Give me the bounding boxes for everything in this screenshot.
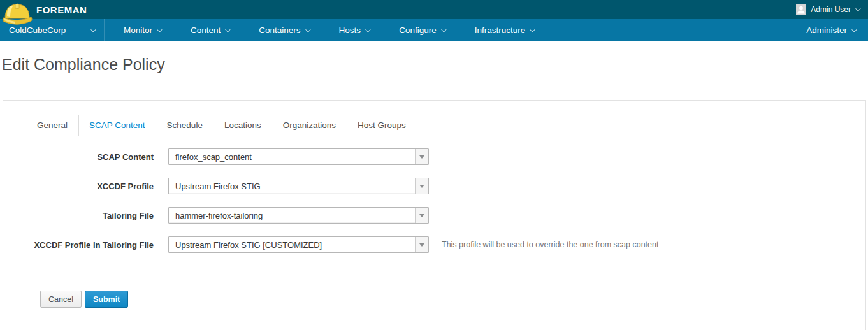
field-label: XCCDF Profile in Tailoring File <box>3 240 154 250</box>
tab-organizations[interactable]: Organizations <box>272 115 347 136</box>
dropdown-arrow-icon <box>419 185 424 188</box>
selected-value: Upstream Firefox STIG [CUSTOMIZED] <box>169 240 415 250</box>
nav-item-label: Administer <box>806 25 847 35</box>
nav-item-label: Content <box>191 25 221 35</box>
tab-general[interactable]: General <box>26 115 78 136</box>
dropdown-arrow-icon <box>419 214 424 217</box>
tab-host-groups[interactable]: Host Groups <box>347 115 417 136</box>
chevron-down-icon <box>851 27 857 32</box>
nav-item-configure[interactable]: Configure <box>388 19 456 41</box>
dropdown-arrow-button[interactable] <box>415 237 428 252</box>
chevron-down-icon <box>157 27 162 32</box>
cancel-button[interactable]: Cancel <box>40 291 82 308</box>
xccdf-profile-tailoring-select[interactable]: Upstream Firefox STIG [CUSTOMIZED] <box>168 236 429 253</box>
nav-item-containers[interactable]: Containers <box>248 19 319 41</box>
chevron-down-icon <box>855 6 860 11</box>
nav-separator <box>104 19 105 41</box>
tab-locations[interactable]: Locations <box>213 115 272 136</box>
field-label: Tailoring File <box>3 211 154 220</box>
form-row-xccdf-profile-tailoring: XCCDF Profile in Tailoring File Upstream… <box>3 236 865 253</box>
user-name: Admin User <box>811 5 851 14</box>
nav-item-content[interactable]: Content <box>180 19 240 41</box>
dropdown-arrow-icon <box>419 243 424 247</box>
nav-item-hosts[interactable]: Hosts <box>328 19 380 41</box>
form-row-xccdf-profile: XCCDF Profile Upstream Firefox STIG <box>3 178 865 194</box>
tab-bar: General SCAP Content Schedule Locations … <box>26 115 855 136</box>
dropdown-arrow-button[interactable] <box>415 178 428 194</box>
dropdown-arrow-icon <box>419 155 424 159</box>
form-actions: Cancel Submit <box>40 291 865 308</box>
scap-content-form: SCAP Content firefox_scap_content XCCDF … <box>3 148 865 308</box>
tab-scap-content[interactable]: SCAP Content <box>78 115 156 136</box>
field-label: XCCDF Profile <box>3 182 154 191</box>
chevron-down-icon <box>305 27 310 32</box>
field-help-text: This profile will be used to override th… <box>442 240 658 249</box>
submit-button[interactable]: Submit <box>85 291 128 308</box>
nav-item-administer[interactable]: Administer <box>793 19 868 41</box>
nav-item-label: Infrastructure <box>475 25 526 35</box>
selected-value: firefox_scap_content <box>169 152 415 162</box>
form-row-tailoring-file: Tailoring File hammer-firefox-tailoring <box>3 207 865 224</box>
nav-item-label: Containers <box>259 25 300 35</box>
dropdown-arrow-button[interactable] <box>415 149 428 164</box>
chevron-down-icon <box>530 27 535 32</box>
xccdf-profile-select[interactable]: Upstream Firefox STIG <box>168 178 429 194</box>
user-avatar-icon <box>796 4 806 15</box>
nav-item-label: Monitor <box>124 25 152 35</box>
chevron-down-icon <box>225 27 230 32</box>
chevron-down-icon <box>441 27 446 32</box>
tailoring-file-select[interactable]: hammer-firefox-tailoring <box>168 207 429 224</box>
nav-item-infrastructure[interactable]: Infrastructure <box>464 19 545 41</box>
chevron-down-icon <box>90 27 96 32</box>
selected-value: hammer-firefox-tailoring <box>169 211 415 220</box>
top-bar: FOREMAN Admin User <box>0 0 868 19</box>
policy-form-card: General SCAP Content Schedule Locations … <box>3 100 866 330</box>
scap-content-select[interactable]: firefox_scap_content <box>168 148 429 165</box>
foreman-hardhat-logo-icon[interactable] <box>3 0 33 27</box>
tab-schedule[interactable]: Schedule <box>156 115 213 136</box>
nav-item-label: Configure <box>399 25 437 35</box>
brand-title[interactable]: FOREMAN <box>36 4 87 15</box>
page-title: Edit Compliance Policy <box>2 55 868 74</box>
nav-item-monitor[interactable]: Monitor <box>113 19 171 41</box>
primary-navbar: ColdCubeCorp Monitor Content Containers … <box>0 19 868 41</box>
chevron-down-icon <box>365 27 370 32</box>
selected-value: Upstream Firefox STIG <box>169 182 415 191</box>
form-row-scap-content: SCAP Content firefox_scap_content <box>3 148 865 165</box>
dropdown-arrow-button[interactable] <box>415 208 428 223</box>
user-menu[interactable]: Admin User <box>796 0 859 19</box>
field-label: SCAP Content <box>3 152 154 162</box>
nav-item-label: Hosts <box>339 25 361 35</box>
